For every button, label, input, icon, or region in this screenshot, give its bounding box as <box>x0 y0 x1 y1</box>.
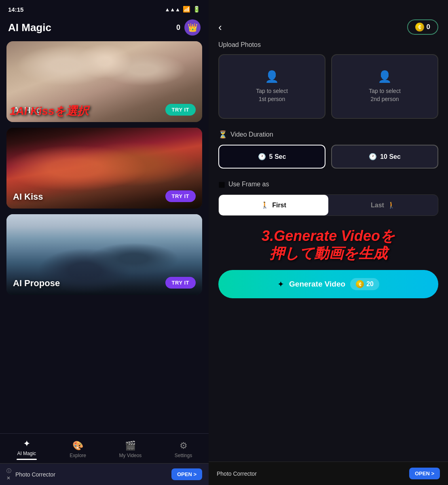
frame-last-label: Last <box>371 202 384 209</box>
annotation-1: 1AI Kissを選択 <box>10 103 89 119</box>
duration-10sec-label: 10 Sec <box>380 153 401 160</box>
coin-count-left: 0 <box>176 23 180 32</box>
nav-indicator <box>17 459 37 460</box>
left-ad-banner: ⓘ ✕ Photo Corrector OPEN > <box>0 463 209 485</box>
nav-my-videos[interactable]: 🎬 My Videos <box>119 441 142 458</box>
first-person-icon: 🚶 <box>261 201 269 209</box>
status-bar: 14:15 ▲▲▲ 📶 🔋 <box>0 0 209 16</box>
right-coin-badge: ₵ 0 <box>407 19 438 35</box>
right-panel: ‹ ₵ 0 Upload Photos 👤 Tap to select 1st … <box>209 0 448 485</box>
hug-try-it-badge[interactable]: TRY IT <box>165 104 196 116</box>
left-ad-text: Photo Corrector <box>15 471 167 478</box>
app-header: AI Magic 0 👑 <box>0 16 209 41</box>
nav-ai-magic-label: AI Magic <box>17 451 36 456</box>
ad-info-group: ⓘ ✕ <box>6 468 11 481</box>
back-button[interactable]: ‹ <box>218 21 222 34</box>
nav-settings[interactable]: ⚙ Settings <box>175 441 192 458</box>
right-ad-text: Photo Corrector <box>217 470 405 477</box>
frame-first-label: First <box>272 202 286 209</box>
frame-first-btn[interactable]: 🚶 First <box>219 195 328 215</box>
right-ad-open-btn[interactable]: OPEN > <box>409 468 440 479</box>
settings-icon: ⚙ <box>180 441 188 451</box>
frame-header: ▦ Use Frame as <box>218 180 438 189</box>
wifi-icon: 📶 <box>183 6 190 13</box>
crown-button[interactable]: 👑 <box>184 19 201 36</box>
ai-kiss-label: AI Kiss <box>13 192 43 202</box>
status-time: 14:15 <box>8 6 23 13</box>
gold-coin-icon: ₵ <box>415 23 424 32</box>
explore-icon: 🎨 <box>72 441 83 451</box>
generate-cost: ₵ 20 <box>350 278 379 290</box>
left-ad-open-btn[interactable]: OPEN > <box>171 468 202 480</box>
right-ad-bar: Photo Corrector OPEN > <box>209 462 448 485</box>
frame-last-btn[interactable]: Last 🚶 <box>328 195 438 215</box>
right-content: Upload Photos 👤 Tap to select 1st person… <box>209 41 448 462</box>
left-panel: 14:15 ▲▲▲ 📶 🔋 AI Magic 0 👑 AI Hug TRY IT… <box>0 0 209 485</box>
nav-ai-magic[interactable]: ✦ AI Magic <box>17 439 37 460</box>
frame-section: ▦ Use Frame as 🚶 First Last 🚶 <box>218 180 438 216</box>
nav-explore[interactable]: 🎨 Explore <box>70 441 86 458</box>
nav-explore-label: Explore <box>70 453 86 458</box>
upload-slot-1[interactable]: 👤 Tap to select 1st person <box>218 54 325 119</box>
ai-propose-label: AI Propose <box>13 278 60 289</box>
info-icon: ⓘ <box>6 468 11 474</box>
battery-icon: 🔋 <box>193 6 201 13</box>
ai-magic-icon: ✦ <box>23 439 30 449</box>
frame-label: Use Frame as <box>228 181 269 188</box>
duration-10sec-btn[interactable]: 🕐 10 Sec <box>331 145 438 169</box>
bottom-nav: ✦ AI Magic 🎨 Explore 🎬 My Videos ⚙ Setti… <box>0 433 209 463</box>
generate-sparkle-icon: ✦ <box>277 279 284 289</box>
duration-section: ⏳ Video Duration 🕐 5 Sec 🕐 10 Sec <box>218 130 438 169</box>
duration-5sec-label: 5 Sec <box>269 153 286 160</box>
clock-icon-10: 🕐 <box>369 153 377 160</box>
upload-label: Upload Photos <box>218 41 438 48</box>
right-header: ‹ ₵ 0 <box>209 0 448 41</box>
generate-video-btn[interactable]: ✦ Generate Video ₵ 20 <box>218 270 438 298</box>
header-right: 0 👑 <box>176 19 201 36</box>
app-title: AI Magic <box>8 21 51 34</box>
generate-btn-text: Generate Video <box>289 280 345 289</box>
nav-settings-label: Settings <box>175 453 192 458</box>
cards-container: AI Hug TRY IT 1AI Kissを選択 AI Kiss TRY IT… <box>0 41 209 433</box>
duration-grid: 🕐 5 Sec 🕐 10 Sec <box>218 145 438 169</box>
annotation-2: 3.Generate Videoを押して動画を生成 <box>218 227 438 262</box>
frame-icon: ▦ <box>218 180 225 189</box>
kiss-try-it-badge[interactable]: TRY IT <box>165 190 196 202</box>
close-icon[interactable]: ✕ <box>6 475 11 481</box>
status-icons: ▲▲▲ 📶 🔋 <box>165 6 201 13</box>
upload-2-icon: 👤 <box>378 70 392 83</box>
upload-grid: 👤 Tap to select 1st person 👤 Tap to sele… <box>218 54 438 119</box>
upload-slot-2[interactable]: 👤 Tap to select 2nd person <box>331 54 438 119</box>
upload-1-icon: 👤 <box>265 70 279 83</box>
signal-icon: ▲▲▲ <box>165 6 180 13</box>
ai-hug-card[interactable]: AI Hug TRY IT 1AI Kissを選択 <box>6 41 202 122</box>
nav-my-videos-label: My Videos <box>119 453 142 458</box>
ai-propose-card[interactable]: AI Propose TRY IT <box>6 214 202 295</box>
frame-toggle: 🚶 First Last 🚶 <box>218 194 438 216</box>
duration-label: Video Duration <box>230 131 273 138</box>
clock-icon-5: 🕐 <box>258 153 266 160</box>
right-coin-count: 0 <box>427 23 430 31</box>
hourglass-icon: ⏳ <box>218 130 227 139</box>
duration-header: ⏳ Video Duration <box>218 130 438 139</box>
cost-amount: 20 <box>366 280 374 288</box>
upload-slot-1-text: Tap to select 1st person <box>256 87 288 103</box>
ai-kiss-card[interactable]: AI Kiss TRY IT <box>6 128 202 209</box>
my-videos-icon: 🎬 <box>125 441 136 451</box>
duration-5sec-btn[interactable]: 🕐 5 Sec <box>218 145 325 169</box>
cost-coin-icon: ₵ <box>356 280 364 288</box>
last-person-icon: 🚶 <box>387 201 395 209</box>
propose-try-it-badge[interactable]: TRY IT <box>165 277 196 289</box>
upload-slot-2-text: Tap to select 2nd person <box>369 87 401 103</box>
